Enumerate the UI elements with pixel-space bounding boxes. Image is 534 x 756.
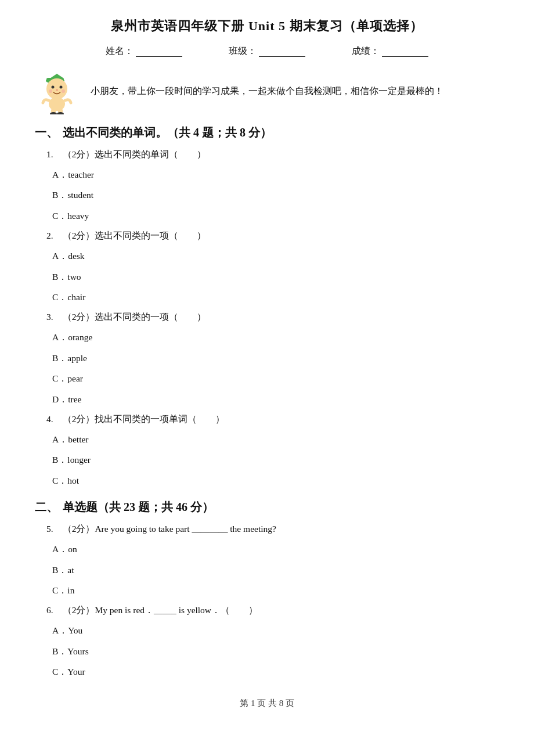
svg-point-6 bbox=[56, 89, 58, 91]
question-1-3: 3. （2分）选出不同类的一项（ ）A．orangeB．appleC．pearD… bbox=[46, 309, 499, 408]
option-1-2-2: B．two bbox=[52, 268, 499, 285]
svg-point-7 bbox=[49, 89, 52, 93]
option-1-4-1: A．better bbox=[52, 431, 499, 448]
option-1-2-1: A．desk bbox=[52, 247, 499, 264]
class-underline bbox=[259, 46, 305, 57]
score-underline bbox=[382, 46, 428, 57]
option-1-3-3: C．pear bbox=[52, 370, 499, 387]
option-2-2-1: A．You bbox=[52, 622, 499, 639]
svg-point-8 bbox=[62, 89, 65, 93]
question-1-2: 2. （2分）选出不同类的一项（ ）A．deskB．twoC．chair bbox=[46, 228, 499, 305]
sections-container: 一、选出不同类的单词。（共 4 题；共 8 分）1. （2分）选出不同类的单词（… bbox=[35, 125, 499, 681]
question-stem-2-1: 5. （2分）Are you going to take part ______… bbox=[46, 521, 499, 537]
option-1-1-1: A．teacher bbox=[52, 166, 499, 183]
page-title: 泉州市英语四年级下册 Unit 5 期末复习（单项选择） bbox=[35, 17, 499, 35]
score-field: 成绩： bbox=[352, 45, 428, 57]
svg-point-13 bbox=[57, 112, 64, 114]
svg-point-5 bbox=[60, 86, 63, 89]
svg-point-3 bbox=[46, 78, 67, 99]
option-2-1-1: A．on bbox=[52, 541, 499, 557]
intro-text: 小朋友，带上你一段时间的学习成果，一起来做个自我检测吧，相信你一定是最棒的！ bbox=[91, 83, 443, 100]
section-num-1: 一、 bbox=[35, 125, 58, 141]
option-1-1-2: B．student bbox=[52, 186, 499, 203]
svg-point-9 bbox=[49, 97, 65, 111]
question-1-1: 1. （2分）选出不同类的单词（ ）A．teacherB．studentC．he… bbox=[46, 146, 499, 224]
section-1: 一、选出不同类的单词。（共 4 题；共 8 分）1. （2分）选出不同类的单词（… bbox=[35, 125, 499, 489]
question-2-1: 5. （2分）Are you going to take part ______… bbox=[46, 521, 499, 599]
svg-marker-2 bbox=[50, 74, 64, 78]
score-label: 成绩： bbox=[352, 45, 380, 57]
section-num-2: 二、 bbox=[35, 499, 58, 515]
option-1-2-3: C．chair bbox=[52, 289, 499, 305]
option-1-3-2: B．apple bbox=[52, 350, 499, 366]
question-stem-1-3: 3. （2分）选出不同类的一项（ ） bbox=[46, 309, 499, 325]
question-2-2: 6. （2分）My pen is red．_____ is yellow．（ ）… bbox=[46, 602, 499, 680]
mascot-icon bbox=[35, 68, 81, 114]
form-row: 姓名： 班级： 成绩： bbox=[35, 45, 499, 57]
page-footer: 第 1 页 共 8 页 bbox=[35, 698, 499, 709]
option-1-1-3: C．heavy bbox=[52, 207, 499, 224]
question-stem-1-1: 1. （2分）选出不同类的单词（ ） bbox=[46, 146, 499, 163]
section-label-1: 选出不同类的单词。（共 4 题；共 8 分） bbox=[63, 125, 272, 141]
option-2-1-2: B．at bbox=[52, 561, 499, 578]
class-label: 班级： bbox=[229, 45, 257, 57]
option-2-2-3: C．Your bbox=[52, 663, 499, 680]
option-2-1-3: C．in bbox=[52, 582, 499, 599]
header-section: 小朋友，带上你一段时间的学习成果，一起来做个自我检测吧，相信你一定是最棒的！ bbox=[35, 68, 499, 114]
option-1-4-2: B．longer bbox=[52, 451, 499, 468]
class-field: 班级： bbox=[229, 45, 305, 57]
question-stem-1-4: 4. （2分）找出不同类的一项单词（ ） bbox=[46, 411, 499, 427]
question-stem-1-2: 2. （2分）选出不同类的一项（ ） bbox=[46, 228, 499, 244]
question-stem-2-2: 6. （2分）My pen is red．_____ is yellow．（ ） bbox=[46, 602, 499, 618]
section-title-2: 二、单选题（共 23 题；共 46 分） bbox=[35, 499, 499, 515]
option-2-2-2: B．Yours bbox=[52, 643, 499, 660]
section-title-1: 一、选出不同类的单词。（共 4 题；共 8 分） bbox=[35, 125, 499, 141]
question-1-4: 4. （2分）找出不同类的一项单词（ ）A．betterB．longerC．ho… bbox=[46, 411, 499, 489]
name-field: 姓名： bbox=[106, 45, 182, 57]
name-underline bbox=[136, 46, 182, 57]
option-1-3-4: D．tree bbox=[52, 391, 499, 408]
section-label-2: 单选题（共 23 题；共 46 分） bbox=[63, 499, 214, 515]
section-2: 二、单选题（共 23 题；共 46 分）5. （2分）Are you going… bbox=[35, 499, 499, 680]
svg-point-12 bbox=[50, 112, 57, 114]
svg-point-4 bbox=[52, 86, 55, 89]
option-1-4-3: C．hot bbox=[52, 472, 499, 489]
option-1-3-1: A．orange bbox=[52, 329, 499, 345]
name-label: 姓名： bbox=[106, 45, 134, 57]
